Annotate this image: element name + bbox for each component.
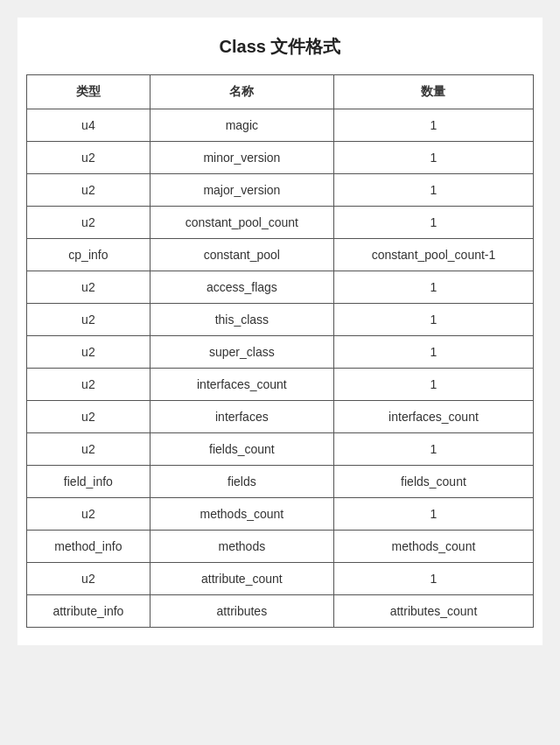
cell-count: methods_count — [333, 531, 533, 563]
table-row: u2access_flags1 — [27, 271, 534, 304]
cell-name: fields_count — [150, 433, 333, 466]
table-row: u4magic1 — [27, 109, 534, 142]
cell-name: fields — [150, 466, 333, 498]
table-row: u2methods_count1 — [27, 498, 534, 531]
table-row: u2fields_count1 — [27, 433, 534, 466]
cell-count: attributes_count — [333, 595, 533, 628]
cell-name: attribute_count — [150, 563, 333, 595]
cell-count: 1 — [333, 304, 533, 336]
cell-type: u2 — [27, 369, 150, 401]
cell-name: interfaces_count — [150, 369, 333, 401]
cell-type: cp_info — [27, 239, 150, 271]
table-row: method_infomethodsmethods_count — [27, 531, 534, 563]
cell-name: super_class — [150, 336, 333, 369]
table-row: u2interfacesinterfaces_count — [27, 401, 534, 433]
table-row: cp_infoconstant_poolconstant_pool_count-… — [27, 239, 534, 271]
cell-name: access_flags — [150, 271, 333, 304]
cell-count: 1 — [333, 174, 533, 207]
header-name: 名称 — [150, 75, 333, 109]
cell-type: u2 — [27, 498, 150, 531]
cell-type: u2 — [27, 401, 150, 433]
cell-count: 1 — [333, 336, 533, 369]
table-row: field_infofieldsfields_count — [27, 466, 534, 498]
cell-name: magic — [150, 109, 333, 142]
cell-type: u2 — [27, 174, 150, 207]
table-row: u2super_class1 — [27, 336, 534, 369]
cell-count: fields_count — [333, 466, 533, 498]
table-row: u2minor_version1 — [27, 142, 534, 174]
cell-type: method_info — [27, 531, 150, 563]
cell-type: u2 — [27, 563, 150, 595]
cell-type: u4 — [27, 109, 150, 142]
cell-name: constant_pool — [150, 239, 333, 271]
main-container: Class 文件格式 类型 名称 数量 u4magic1u2minor_vers… — [18, 18, 542, 645]
cell-name: methods — [150, 531, 333, 563]
table-row: u2interfaces_count1 — [27, 369, 534, 401]
table-row: u2constant_pool_count1 — [27, 207, 534, 239]
table-row: u2this_class1 — [27, 304, 534, 336]
cell-type: u2 — [27, 207, 150, 239]
table-row: u2major_version1 — [27, 174, 534, 207]
cell-type: u2 — [27, 142, 150, 174]
cell-type: u2 — [27, 433, 150, 466]
cell-name: methods_count — [150, 498, 333, 531]
cell-name: major_version — [150, 174, 333, 207]
cell-count: 1 — [333, 271, 533, 304]
cell-type: u2 — [27, 304, 150, 336]
cell-name: interfaces — [150, 401, 333, 433]
cell-count: 1 — [333, 433, 533, 466]
cell-type: u2 — [27, 336, 150, 369]
table-header-row: 类型 名称 数量 — [27, 75, 534, 109]
cell-count: constant_pool_count-1 — [333, 239, 533, 271]
cell-type: u2 — [27, 271, 150, 304]
cell-type: attribute_info — [27, 595, 150, 628]
cell-count: 1 — [333, 207, 533, 239]
cell-count: 1 — [333, 369, 533, 401]
header-count: 数量 — [333, 75, 533, 109]
cell-count: 1 — [333, 109, 533, 142]
cell-count: 1 — [333, 498, 533, 531]
cell-name: constant_pool_count — [150, 207, 333, 239]
cell-name: minor_version — [150, 142, 333, 174]
cell-name: attributes — [150, 595, 333, 628]
cell-count: 1 — [333, 563, 533, 595]
cell-name: this_class — [150, 304, 333, 336]
table-row: attribute_infoattributesattributes_count — [27, 595, 534, 628]
cell-count: 1 — [333, 142, 533, 174]
class-format-table: 类型 名称 数量 u4magic1u2minor_version1u2major… — [26, 74, 534, 628]
table-row: u2attribute_count1 — [27, 563, 534, 595]
header-type: 类型 — [27, 75, 150, 109]
page-title: Class 文件格式 — [26, 35, 534, 59]
cell-type: field_info — [27, 466, 150, 498]
cell-count: interfaces_count — [333, 401, 533, 433]
